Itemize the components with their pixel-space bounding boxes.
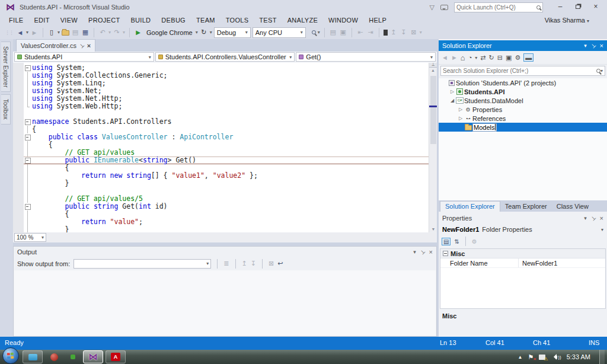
save-all-icon[interactable]: ▦ <box>81 28 90 36</box>
solution-explorer-search-box[interactable]: ▾ <box>440 66 605 76</box>
collapsed-expander-icon[interactable]: ▷ <box>458 116 464 121</box>
alphabetical-sort-icon[interactable]: ⇅ <box>454 238 459 245</box>
output-close-icon[interactable]: × <box>429 248 433 256</box>
code-line[interactable]: } <box>24 226 429 232</box>
expanded-expander-icon[interactable]: ◢ <box>449 98 455 103</box>
editor-vertical-scrollbar[interactable]: ⊥ ▲ ▼ <box>429 63 437 232</box>
sync-with-active-document-icon[interactable]: ⇄ <box>480 54 485 62</box>
refresh-icon[interactable]: ↻ <box>200 28 208 36</box>
refresh-icon[interactable]: ↻ <box>489 54 494 62</box>
menu-item-help[interactable]: HELP <box>363 15 392 25</box>
find-in-files-icon[interactable] <box>312 30 316 34</box>
fold-collapse-icon[interactable] <box>24 157 32 164</box>
code-surface[interactable]: using System;using System.Collections.Ge… <box>13 63 437 232</box>
properties-wrench-icon[interactable]: ⚙ <box>515 54 520 62</box>
solution-explorer-title-bar[interactable]: Solution Explorer ▾ ⊤ × <box>439 40 607 51</box>
split-window-handle[interactable]: ⊥ <box>429 63 437 68</box>
pin-icon[interactable]: ⊤ <box>78 42 86 50</box>
menu-item-tools[interactable]: TOOLS <box>221 15 254 25</box>
type-dropdown[interactable]: Students.API.Controllers.ValuesControlle… <box>155 52 295 62</box>
output-pin-icon[interactable]: ⊤ <box>418 248 426 256</box>
output-options-icon[interactable]: ▾ <box>413 249 416 255</box>
restore-button[interactable] <box>570 2 586 12</box>
scroll-up-icon[interactable]: ▲ <box>429 68 437 74</box>
code-line[interactable]: public class ValuesController : ApiContr… <box>24 133 429 141</box>
find-dropdown-icon[interactable]: ▾ <box>318 30 320 35</box>
taskbar-app-button[interactable] <box>23 350 43 363</box>
scroll-down-icon[interactable]: ▼ <box>429 226 437 232</box>
taskbar-browser-button[interactable] <box>45 350 63 363</box>
show-desktop-button[interactable] <box>599 350 605 364</box>
output-content[interactable] <box>14 270 436 336</box>
quick-launch-box[interactable] <box>454 2 543 12</box>
home-icon[interactable]: ⌂ <box>461 53 465 62</box>
menu-item-edit[interactable]: EDIT <box>28 15 55 25</box>
property-value[interactable]: NewFolder1 <box>519 258 605 267</box>
toolbox-tab[interactable]: Toolbox <box>1 94 11 124</box>
signed-in-user[interactable]: Vikas Sharma ▾ <box>545 17 607 24</box>
quick-launch-input[interactable] <box>456 4 536 11</box>
run-target-dropdown-icon[interactable]: ▾ <box>196 30 198 35</box>
fold-collapse-icon[interactable] <box>24 203 32 210</box>
refresh-dropdown-icon[interactable]: ▾ <box>210 30 212 35</box>
word-wrap-icon[interactable]: ↩ <box>277 260 283 267</box>
menu-item-build[interactable]: BUILD <box>125 15 156 25</box>
properties-object-combo[interactable]: NewFolder1 Folder Properties ▾ <box>439 223 607 235</box>
menu-item-window[interactable]: WINDOW <box>323 15 363 25</box>
platform-combo[interactable]: Any CPU▾ <box>253 27 306 38</box>
document-tab[interactable]: ValuesController.cs ⊤ × <box>16 39 95 52</box>
navigate-back-dropdown-icon[interactable]: ▾ <box>26 30 28 35</box>
solution-explorer-options-icon[interactable]: ▾ <box>584 43 587 49</box>
navigate-back-icon[interactable]: ◄ <box>16 29 24 36</box>
clock[interactable]: 5:33 AM <box>567 353 590 360</box>
output-title-bar[interactable]: Output ▾ ⊤ × <box>14 247 436 257</box>
collapsed-expander-icon[interactable]: ▷ <box>449 89 455 94</box>
menu-item-debug[interactable]: DEBUG <box>156 15 191 25</box>
project-dropdown[interactable]: Students.API ▾ <box>14 52 154 62</box>
start-debug-icon[interactable]: ▶ <box>134 29 142 36</box>
new-file-icon[interactable]: ▯ <box>47 28 56 36</box>
tree-item-students-datamodel[interactable]: ◢C#Students.DataModel <box>439 96 607 105</box>
properties-pin-icon[interactable]: ⊤ <box>589 215 597 222</box>
new-file-dropdown-icon[interactable]: ▾ <box>57 30 60 35</box>
categorized-icon[interactable]: ▤ <box>442 238 451 245</box>
toolbar-overflow-icon[interactable]: ▾ <box>420 30 422 35</box>
breakpoint-gutter[interactable] <box>13 63 24 232</box>
minimize-button[interactable]: – <box>552 2 568 12</box>
feedback-icon[interactable] <box>440 5 448 10</box>
menu-item-view[interactable]: VIEW <box>55 15 83 25</box>
filter-dropdown-icon[interactable]: ▾ <box>475 55 477 60</box>
toolbar-grip[interactable]: ⋮⋮ <box>5 30 13 36</box>
member-dropdown[interactable]: Get() ▾ <box>296 52 436 62</box>
collapse-all-icon[interactable]: ⊟ <box>497 54 503 62</box>
tree-item-solution-students-api-2-projects-[interactable]: Solution 'Students.API' (2 projects) <box>439 78 607 87</box>
code-line[interactable]: namespace Students.API.Controllers <box>24 118 429 126</box>
code-line[interactable]: using System.Web.Http; <box>24 103 429 110</box>
tree-item-students-api[interactable]: ▷Students.API <box>439 87 607 96</box>
property-row[interactable]: Folder NameNewFolder1 <box>440 258 605 268</box>
code-line[interactable]: public string Get(int id) <box>24 203 429 210</box>
solution-explorer-close-icon[interactable]: × <box>600 42 603 49</box>
panel-tab-solution-explorer[interactable]: Solution Explorer <box>440 201 500 212</box>
rename-edit-box[interactable]: Models <box>472 123 497 132</box>
start-button[interactable] <box>2 347 19 364</box>
fold-collapse-icon[interactable] <box>24 64 32 72</box>
open-file-icon[interactable] <box>62 30 69 36</box>
properties-options-icon[interactable]: ▾ <box>584 215 587 221</box>
taskbar-visual-studio-button[interactable]: ⋈ <box>83 350 103 363</box>
category-row[interactable]: Misc <box>440 249 605 258</box>
pending-changes-filter-icon[interactable]: ◔ <box>468 54 472 61</box>
menu-item-analyze[interactable]: ANALYZE <box>282 15 323 25</box>
panel-tab-team-explorer[interactable]: Team Explorer <box>500 202 552 212</box>
solution-explorer-pin-icon[interactable]: ⊤ <box>589 42 597 50</box>
show-all-files-icon[interactable]: ▣ <box>506 54 512 62</box>
run-target-label[interactable]: Google Chrome <box>146 29 193 36</box>
collapsed-expander-icon[interactable]: ▷ <box>458 107 464 112</box>
menu-item-test[interactable]: TEST <box>254 15 282 25</box>
code-line[interactable]: return new string[] { "value1", "value2"… <box>24 172 429 180</box>
menu-item-file[interactable]: FILE <box>4 15 28 25</box>
configuration-combo[interactable]: Debug▾ <box>214 27 251 38</box>
tree-item-references[interactable]: ▷▪–▪References <box>439 114 607 123</box>
taskbar-app2-button[interactable] <box>64 350 82 363</box>
solution-explorer-search-input[interactable] <box>443 68 596 74</box>
